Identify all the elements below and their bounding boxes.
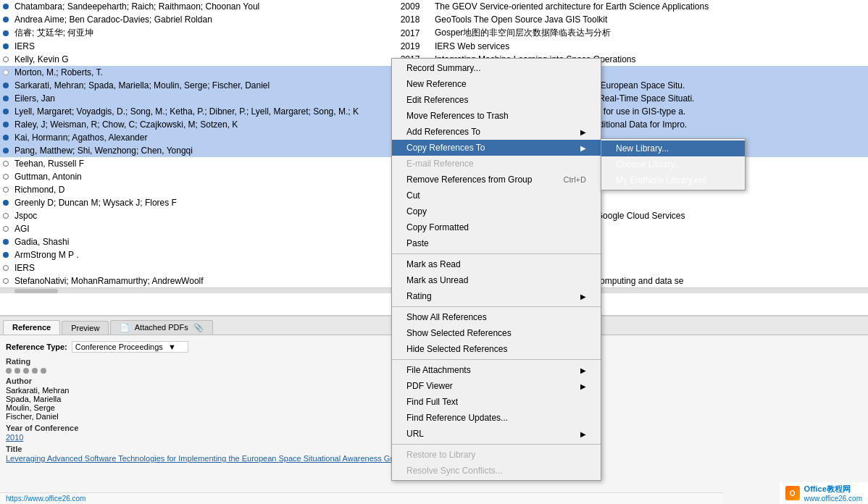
context-menu-item-remove-from-group[interactable]: Remove References from GroupCtrl+D bbox=[392, 172, 601, 188]
menu-item-label: URL bbox=[406, 429, 424, 439]
submenu-arrow-icon: ▶ bbox=[580, 128, 586, 136]
menu-item-label: Record Summary... bbox=[406, 63, 480, 73]
context-menu-item-rating[interactable]: Rating▶ bbox=[392, 288, 601, 304]
menu-item-label: Restore to Library bbox=[406, 450, 475, 460]
context-menu-item-copy[interactable]: Copy bbox=[392, 203, 601, 219]
menu-separator bbox=[392, 306, 601, 307]
app-container: Chatambara; Sandeepeharth; Raich; Raithm… bbox=[0, 0, 868, 504]
context-menu-item-edit-references[interactable]: Edit References bbox=[392, 92, 601, 108]
submenu-arrow-icon: ▶ bbox=[580, 144, 586, 152]
context-menu-item-pdf-viewer[interactable]: PDF Viewer▶ bbox=[392, 378, 601, 394]
context-menu-item-cut[interactable]: Cut bbox=[392, 188, 601, 203]
menu-item-label: Add References To bbox=[406, 127, 480, 137]
context-menu-item-hide-selected-references[interactable]: Hide Selected References bbox=[392, 341, 601, 357]
menu-item-label: Copy bbox=[406, 206, 427, 217]
menu-item-label: Find Reference Updates... bbox=[406, 413, 508, 423]
context-menu-item-email-reference: E-mail Reference bbox=[392, 156, 601, 172]
context-menu-item-show-all-references[interactable]: Show All References bbox=[392, 309, 601, 325]
menu-item-label: Mark as Read bbox=[406, 259, 461, 269]
context-menu-item-mark-as-unread[interactable]: Mark as Unread bbox=[392, 272, 601, 288]
context-menu-item-url[interactable]: URL▶ bbox=[392, 426, 601, 442]
menu-item-label: Find Full Text bbox=[406, 397, 458, 407]
menu-item-label: Show Selected References bbox=[406, 328, 512, 338]
menu-separator bbox=[392, 359, 601, 360]
context-menu-overlay[interactable]: Record Summary...New ReferenceEdit Refer… bbox=[0, 0, 868, 504]
menu-item-label: Hide Selected References bbox=[406, 344, 507, 354]
context-menu-item-new-reference[interactable]: New Reference bbox=[392, 76, 601, 92]
context-menu-item-file-attachments[interactable]: File Attachments▶ bbox=[392, 362, 601, 378]
context-menu: Record Summary...New ReferenceEdit Refer… bbox=[391, 58, 601, 481]
menu-item-label: Show All References bbox=[406, 312, 487, 322]
menu-item-label: New Reference bbox=[406, 79, 467, 89]
menu-item-label: Mark as Unread bbox=[406, 275, 468, 285]
context-menu-item-find-full-text[interactable]: Find Full Text bbox=[392, 394, 601, 410]
submenu-item-my-endnote-library[interactable]: My EndNote Library.enl bbox=[601, 172, 745, 188]
context-menu-item-move-to-trash[interactable]: Move References to Trash bbox=[392, 108, 601, 124]
context-menu-item-copy-formatted[interactable]: Copy Formatted bbox=[392, 219, 601, 235]
context-menu-item-restore-to-library: Restore to Library bbox=[392, 447, 601, 463]
menu-item-label: Move References to Trash bbox=[406, 111, 509, 121]
submenu-arrow-icon: ▶ bbox=[580, 430, 586, 438]
context-menu-item-paste[interactable]: Paste bbox=[392, 235, 601, 251]
context-menu-item-add-references-to[interactable]: Add References To▶ bbox=[392, 124, 601, 140]
context-menu-item-copy-references-to[interactable]: Copy References To▶New Library...Choose … bbox=[392, 140, 601, 156]
menu-item-label: Cut bbox=[406, 190, 420, 201]
menu-separator bbox=[392, 444, 601, 445]
menu-item-shortcut: Ctrl+D bbox=[564, 175, 586, 184]
menu-item-label: PDF Viewer bbox=[406, 381, 453, 391]
context-menu-item-record-summary[interactable]: Record Summary... bbox=[392, 60, 601, 76]
menu-item-label: E-mail Reference bbox=[406, 159, 474, 169]
menu-item-label: Edit References bbox=[406, 95, 468, 105]
menu-item-label: Paste bbox=[406, 238, 429, 248]
context-menu-item-show-selected-references[interactable]: Show Selected References bbox=[392, 325, 601, 341]
context-menu-item-mark-as-read[interactable]: Mark as Read bbox=[392, 256, 601, 272]
menu-item-label: Rating bbox=[406, 291, 432, 301]
submenu-item-choose-library[interactable]: Choose Library... bbox=[601, 156, 745, 172]
submenu-copy-references-to: New Library...Choose Library...My EndNot… bbox=[601, 138, 746, 190]
submenu-item-new-library[interactable]: New Library... bbox=[601, 140, 745, 156]
menu-item-label: Resolve Sync Conflicts... bbox=[406, 466, 503, 476]
menu-item-label: File Attachments bbox=[406, 365, 471, 375]
submenu-arrow-icon: ▶ bbox=[580, 382, 586, 390]
submenu-arrow-icon: ▶ bbox=[580, 293, 586, 301]
submenu-arrow-icon: ▶ bbox=[580, 366, 586, 374]
menu-item-label: Remove References from Group bbox=[406, 175, 532, 185]
context-menu-item-resolve-sync-conflicts: Resolve Sync Conflicts... bbox=[392, 463, 601, 479]
context-menu-item-find-reference-updates[interactable]: Find Reference Updates... bbox=[392, 410, 601, 426]
menu-item-label: Copy References To bbox=[406, 143, 485, 153]
menu-separator bbox=[392, 253, 601, 254]
menu-item-label: Copy Formatted bbox=[406, 222, 469, 232]
